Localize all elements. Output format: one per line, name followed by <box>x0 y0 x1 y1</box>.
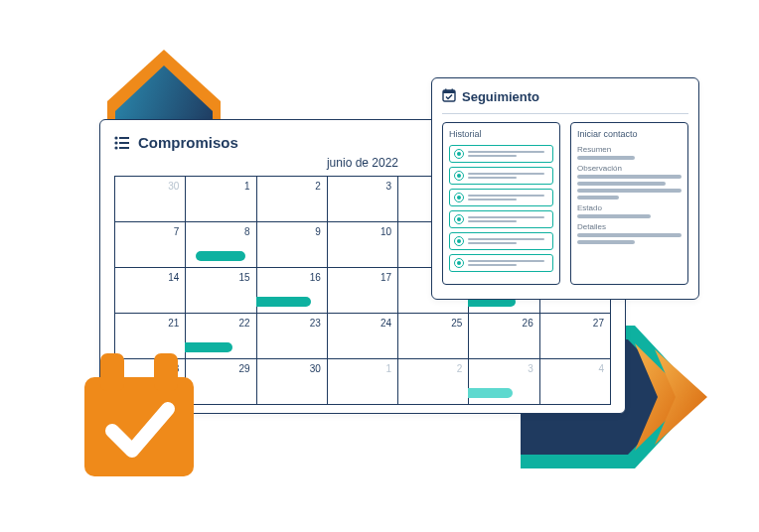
placeholder-bar <box>577 240 635 244</box>
placeholder-bar <box>468 155 517 157</box>
calendar-cell[interactable]: 16 <box>257 268 328 314</box>
calendar-cell[interactable]: 1 <box>186 177 256 222</box>
radio-icon <box>454 236 464 246</box>
radio-icon <box>454 214 464 224</box>
placeholder-bar <box>468 216 544 218</box>
calendar-cell[interactable]: 2 <box>257 177 328 222</box>
calendar-cell[interactable]: 27 <box>540 314 611 359</box>
contact-column: Iniciar contacto Resumen Observación Est… <box>570 122 688 285</box>
placeholder-bar <box>577 175 682 179</box>
placeholder-bar <box>577 233 682 237</box>
placeholder-bar <box>468 220 517 222</box>
history-title: Historial <box>449 129 553 139</box>
tracking-title: Seguimiento <box>462 89 539 104</box>
history-item[interactable] <box>449 145 553 163</box>
calendar-cell[interactable]: 8 <box>186 222 256 268</box>
placeholder-bar <box>468 195 544 197</box>
calendar-check-badge-icon <box>75 347 204 486</box>
radio-icon <box>454 149 464 159</box>
estado-label: Estado <box>577 203 682 212</box>
calendar-cell[interactable]: 24 <box>328 314 398 359</box>
placeholder-bar <box>577 189 682 193</box>
placeholder-bar <box>577 156 635 160</box>
radio-icon <box>454 258 464 268</box>
svg-rect-12 <box>154 353 178 391</box>
calendar-event[interactable] <box>196 251 245 261</box>
svg-point-4 <box>114 146 117 149</box>
svg-rect-1 <box>119 137 129 139</box>
history-column: Historial <box>442 122 560 285</box>
svg-rect-9 <box>452 89 454 92</box>
svg-rect-10 <box>84 377 194 476</box>
svg-rect-11 <box>100 353 124 391</box>
placeholder-bar <box>577 196 619 200</box>
calendar-cell[interactable]: 1 <box>328 359 398 405</box>
calendar-cell[interactable]: 10 <box>328 222 398 268</box>
placeholder-bar <box>468 199 517 200</box>
observacion-label: Observación <box>577 164 682 173</box>
calendar-cell[interactable]: 30 <box>115 177 186 222</box>
placeholder-bar <box>468 177 517 179</box>
calendar-cell[interactable]: 30 <box>257 359 328 405</box>
svg-point-2 <box>114 141 117 144</box>
detalles-label: Detalles <box>577 222 682 231</box>
svg-point-0 <box>114 136 117 139</box>
history-item[interactable] <box>449 232 553 250</box>
calendar-title: Compromisos <box>138 134 238 151</box>
calendar-cell[interactable]: 3 <box>328 177 398 222</box>
calendar-cell[interactable]: 25 <box>398 314 469 359</box>
svg-rect-7 <box>443 90 455 93</box>
history-item[interactable] <box>449 210 553 228</box>
placeholder-bar <box>468 242 517 244</box>
placeholder-bar <box>577 214 651 218</box>
calendar-cell[interactable]: 17 <box>328 268 398 314</box>
calendar-event[interactable] <box>468 388 513 398</box>
calendar-cell[interactable]: 2 <box>398 359 469 405</box>
calendar-cell[interactable]: 3 <box>469 359 539 405</box>
svg-rect-3 <box>119 142 129 144</box>
calendar-event[interactable] <box>256 297 311 307</box>
calendar-cell[interactable]: 9 <box>257 222 328 268</box>
calendar-cell[interactable]: 23 <box>257 314 328 359</box>
history-item[interactable] <box>449 189 553 206</box>
placeholder-bar <box>577 182 666 186</box>
history-item[interactable] <box>449 254 553 272</box>
list-icon <box>114 136 130 154</box>
calendar-check-icon <box>442 88 456 105</box>
tracking-card: Seguimiento Historial Iniciar contacto R… <box>431 77 699 300</box>
calendar-cell[interactable]: 14 <box>115 268 186 314</box>
calendar-cell[interactable]: 26 <box>469 314 539 359</box>
history-item[interactable] <box>449 167 553 185</box>
contact-title: Iniciar contacto <box>577 129 682 139</box>
radio-icon <box>454 171 464 181</box>
svg-rect-8 <box>445 89 447 92</box>
svg-rect-5 <box>119 147 129 149</box>
calendar-cell[interactable]: 15 <box>186 268 256 314</box>
placeholder-bar <box>468 238 544 240</box>
placeholder-bar <box>468 260 544 262</box>
placeholder-bar <box>468 151 544 153</box>
calendar-cell[interactable]: 4 <box>540 359 611 405</box>
placeholder-bar <box>468 264 517 266</box>
placeholder-bar <box>468 173 544 175</box>
calendar-cell[interactable]: 7 <box>115 222 186 268</box>
resumen-label: Resumen <box>577 145 682 154</box>
radio-icon <box>454 193 464 202</box>
